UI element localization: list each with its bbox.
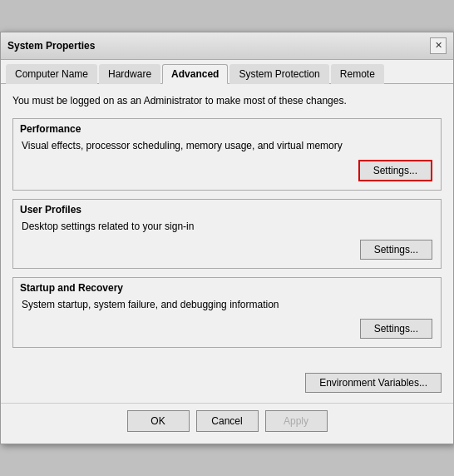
title-bar: System Properties ✕ — [1, 32, 453, 60]
tab-remote[interactable]: Remote — [331, 64, 384, 84]
performance-desc: Visual effects, processor scheduling, me… — [22, 139, 432, 153]
startup-recovery-desc: System startup, system failure, and debu… — [22, 298, 432, 312]
close-icon: ✕ — [435, 40, 442, 51]
environment-variables-button[interactable]: Environment Variables... — [305, 373, 442, 393]
startup-recovery-section: Startup and Recovery System startup, sys… — [12, 277, 442, 348]
user-profiles-header: User Profiles — [13, 200, 441, 218]
performance-header: Performance — [13, 119, 441, 137]
main-content: You must be logged on as an Administrato… — [1, 84, 453, 366]
env-variables-row: Environment Variables... — [1, 366, 453, 403]
tab-advanced[interactable]: Advanced — [162, 64, 228, 84]
system-properties-window: System Properties ✕ Computer Name Hardwa… — [0, 32, 454, 444]
window-title: System Properties — [7, 40, 95, 52]
startup-recovery-header: Startup and Recovery — [13, 278, 441, 296]
ok-button[interactable]: OK — [127, 410, 190, 432]
info-text: You must be logged on as an Administrato… — [12, 94, 442, 108]
user-profiles-desc: Desktop settings related to your sign-in — [22, 220, 432, 234]
startup-recovery-settings-button[interactable]: Settings... — [360, 319, 432, 339]
tab-hardware[interactable]: Hardware — [99, 64, 160, 84]
performance-section: Performance Visual effects, processor sc… — [12, 118, 442, 191]
tab-computer-name[interactable]: Computer Name — [6, 64, 97, 84]
user-profiles-settings-button[interactable]: Settings... — [360, 240, 432, 260]
apply-button[interactable]: Apply — [265, 410, 328, 432]
footer-buttons: OK Cancel Apply — [1, 403, 453, 444]
user-profiles-section: User Profiles Desktop settings related t… — [12, 199, 442, 270]
performance-settings-button[interactable]: Settings... — [358, 160, 432, 181]
tab-system-protection[interactable]: System Protection — [229, 64, 328, 84]
tabs-bar: Computer Name Hardware Advanced System P… — [1, 60, 453, 84]
cancel-button[interactable]: Cancel — [196, 410, 259, 432]
close-button[interactable]: ✕ — [430, 37, 447, 54]
